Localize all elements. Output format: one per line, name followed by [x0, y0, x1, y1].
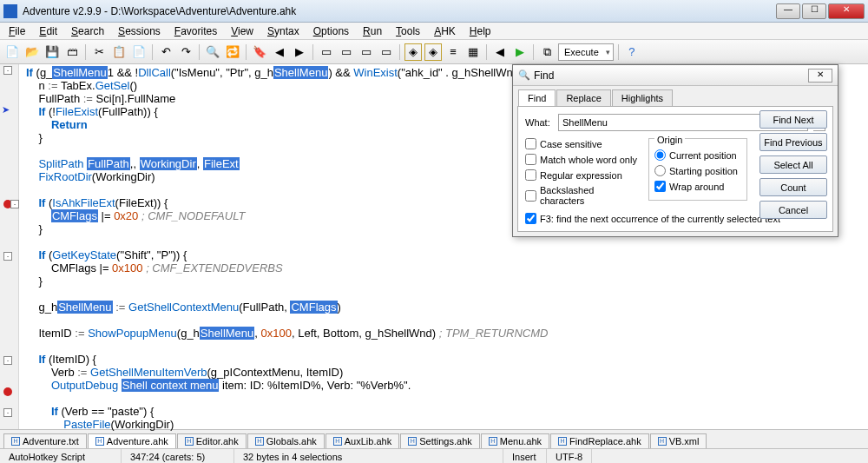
code-editor[interactable]: If (g_ShellMenu1 && !DllCall("IsMenu", "… — [19, 64, 555, 429]
panel2-icon[interactable]: ▭ — [338, 43, 355, 61]
backslash-checkbox[interactable]: Backslashed characters — [525, 185, 640, 206]
menu-sessions[interactable]: Sessions — [111, 23, 168, 39]
doc-tab[interactable]: HSettings.ahk — [400, 433, 480, 448]
doc-tab[interactable]: HAdventure.txt — [3, 433, 87, 448]
bookmark-icon[interactable]: 🔖 — [251, 43, 268, 61]
file-icon: H — [489, 437, 497, 446]
doc-tab[interactable]: HVB.xml — [650, 433, 707, 448]
gutter[interactable]: - ➤ - - - - — [0, 64, 19, 429]
menu-file[interactable]: File — [2, 23, 32, 39]
fold-marker[interactable]: - — [3, 66, 12, 75]
next-bookmark-icon[interactable]: ▶ — [291, 43, 308, 61]
starting-position-radio[interactable]: Starting position — [654, 165, 741, 176]
cut-icon[interactable]: ✂ — [90, 43, 108, 61]
replace-icon[interactable]: 🔁 — [224, 43, 241, 61]
cancel-button[interactable]: Cancel — [760, 201, 827, 219]
separator — [618, 44, 619, 60]
fold-marker[interactable]: - — [10, 200, 19, 208]
execute-icon[interactable]: ⧉ — [538, 43, 556, 61]
status-encoding: UTF-8 — [547, 449, 592, 463]
window-controls: — ☐ ✕ — [776, 3, 865, 19]
find-previous-button[interactable]: Find Previous — [760, 133, 827, 151]
find-titlebar[interactable]: 🔍 Find ✕ — [513, 65, 838, 86]
doc-tab[interactable]: HAdventure.ahk — [88, 433, 176, 448]
breakpoint-icon[interactable] — [3, 387, 12, 396]
opt2-icon[interactable]: ◈ — [424, 43, 442, 61]
copy-icon[interactable]: 📋 — [110, 43, 128, 61]
find-tab-find[interactable]: Find — [518, 89, 556, 106]
help-icon[interactable]: ? — [623, 43, 641, 61]
maximize-button[interactable]: ☐ — [802, 3, 826, 19]
menu-view[interactable]: View — [224, 23, 260, 39]
whole-word-checkbox[interactable]: Match whole word only — [525, 154, 640, 165]
menu-ahk[interactable]: AHK — [427, 23, 463, 39]
doc-tab[interactable]: HMenu.ahk — [481, 433, 549, 448]
separator — [399, 44, 400, 60]
fold-marker[interactable]: - — [3, 252, 12, 261]
opt3-icon[interactable]: ≡ — [444, 43, 462, 61]
menu-search[interactable]: Search — [64, 23, 111, 39]
separator — [85, 44, 86, 60]
find-next-button[interactable]: Find Next — [760, 110, 827, 129]
menu-run[interactable]: Run — [356, 23, 389, 39]
select-all-button[interactable]: Select All — [760, 155, 827, 174]
file-icon: H — [658, 437, 667, 446]
menu-syntax[interactable]: Syntax — [260, 23, 306, 39]
find-icon[interactable]: 🔍 — [204, 43, 221, 61]
redo-icon[interactable]: ↷ — [177, 43, 194, 61]
file-icon: H — [255, 437, 264, 446]
save-icon[interactable]: 💾 — [43, 43, 61, 61]
origin-label: Origin — [654, 135, 685, 145]
find-close-button[interactable]: ✕ — [808, 69, 832, 83]
file-icon: H — [185, 437, 194, 446]
regex-checkbox[interactable]: Regular expression — [525, 169, 640, 181]
menu-help[interactable]: Help — [463, 23, 498, 39]
prev-bookmark-icon[interactable]: ◀ — [271, 43, 288, 61]
opt1-icon[interactable]: ◈ — [404, 43, 422, 61]
new-file-icon[interactable]: 📄 — [3, 43, 21, 61]
menubar: FileEditSearchSessionsFavoritesViewSynta… — [0, 23, 868, 40]
find-tabs: FindReplaceHighlights — [513, 86, 838, 106]
execute-combo[interactable]: Execute — [558, 43, 614, 61]
run-icon[interactable]: ▶ — [511, 43, 529, 61]
find-tab-replace[interactable]: Replace — [556, 89, 610, 106]
undo-icon[interactable]: ↶ — [157, 43, 174, 61]
file-icon: H — [558, 437, 567, 446]
wrap-around-checkbox[interactable]: Wrap around — [654, 181, 741, 192]
doc-tab[interactable]: HAuxLib.ahk — [326, 433, 399, 448]
fold-marker[interactable]: - — [3, 356, 12, 365]
file-icon: H — [11, 437, 20, 446]
status-selection: 32 bytes in 4 selections — [234, 449, 503, 463]
close-button[interactable]: ✕ — [828, 3, 865, 19]
separator — [246, 44, 247, 60]
doc-tab[interactable]: HFindReplace.ahk — [550, 433, 649, 448]
separator — [312, 44, 313, 60]
menu-favorites[interactable]: Favorites — [168, 23, 224, 39]
panel1-icon[interactable]: ▭ — [318, 43, 335, 61]
panel3-icon[interactable]: ▭ — [358, 43, 375, 61]
window-titlebar: Adventure v2.9.9 - D:\Workspace\Adventur… — [0, 0, 868, 23]
find-title: Find — [534, 69, 808, 82]
doc-tab[interactable]: HGlobals.ahk — [247, 433, 325, 448]
count-button[interactable]: Count — [760, 178, 827, 196]
back-icon[interactable]: ◀ — [491, 43, 509, 61]
menu-tools[interactable]: Tools — [389, 23, 427, 39]
find-tab-highlights[interactable]: Highlights — [612, 89, 673, 106]
doc-tab[interactable]: HEditor.ahk — [177, 433, 247, 448]
open-icon[interactable]: 📂 — [23, 43, 41, 61]
find-dialog: 🔍 Find ✕ FindReplaceHighlights What: ▾ C… — [512, 64, 838, 237]
menu-options[interactable]: Options — [306, 23, 356, 39]
panel4-icon[interactable]: ▭ — [378, 43, 395, 61]
status-insert: Insert — [503, 449, 547, 463]
file-icon: H — [95, 437, 104, 446]
status-language: AutoHotkey Script — [0, 449, 122, 463]
fold-marker[interactable]: - — [3, 408, 12, 417]
save-all-icon[interactable]: 🗃 — [63, 43, 81, 61]
current-position-radio[interactable]: Current position — [654, 149, 741, 161]
paste-icon[interactable]: 📄 — [130, 43, 148, 61]
find-icon: 🔍 — [518, 69, 530, 81]
menu-edit[interactable]: Edit — [32, 23, 64, 39]
opt4-icon[interactable]: ▦ — [464, 43, 482, 61]
minimize-button[interactable]: — — [776, 3, 800, 19]
case-sensitive-checkbox[interactable]: Case sensitive — [525, 138, 640, 149]
